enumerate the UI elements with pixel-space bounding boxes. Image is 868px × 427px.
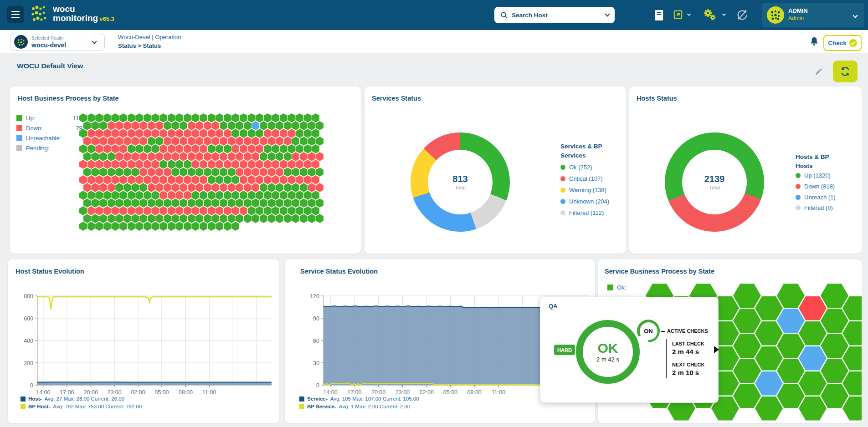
hex-cell[interactable] bbox=[280, 144, 288, 153]
hex-cell[interactable] bbox=[200, 191, 207, 200]
hex-cell[interactable] bbox=[308, 183, 316, 192]
hex-cell[interactable] bbox=[119, 129, 127, 138]
hex-cell[interactable] bbox=[272, 160, 279, 169]
hex-cell[interactable] bbox=[159, 144, 167, 153]
hex-cell[interactable] bbox=[111, 175, 119, 184]
hex-cell[interactable] bbox=[95, 129, 103, 138]
hex-cell[interactable] bbox=[200, 129, 207, 138]
hex-cell[interactable] bbox=[236, 168, 243, 177]
hex-cell[interactable] bbox=[148, 137, 155, 146]
hex-cell[interactable] bbox=[164, 183, 171, 192]
hex-cell[interactable] bbox=[108, 214, 115, 223]
services-status-donut[interactable]: 813 Total bbox=[411, 132, 510, 232]
hex-cell[interactable] bbox=[191, 113, 199, 122]
hex-cell[interactable] bbox=[777, 309, 805, 333]
hex-cell[interactable] bbox=[777, 384, 805, 408]
hex-cell[interactable] bbox=[175, 206, 183, 215]
hex-cell[interactable] bbox=[821, 384, 848, 408]
hex-cell[interactable] bbox=[200, 160, 207, 169]
hex-cell[interactable] bbox=[280, 113, 288, 122]
hex-cell[interactable] bbox=[139, 214, 147, 223]
hex-cell[interactable] bbox=[799, 396, 827, 421]
hex-cell[interactable] bbox=[240, 160, 247, 169]
hex-cell[interactable] bbox=[211, 168, 219, 177]
hex-cell[interactable] bbox=[115, 198, 123, 208]
hex-cell[interactable] bbox=[95, 175, 103, 184]
hex-cell[interactable] bbox=[240, 191, 247, 200]
hex-cell[interactable] bbox=[224, 144, 231, 153]
hex-cell[interactable] bbox=[216, 222, 223, 231]
hex-cell[interactable] bbox=[208, 222, 216, 231]
hex-cell[interactable] bbox=[188, 121, 195, 130]
hex-cell[interactable] bbox=[148, 168, 155, 177]
hex-cell[interactable] bbox=[184, 191, 191, 200]
hex-cell[interactable] bbox=[272, 129, 279, 138]
hex-cell[interactable] bbox=[103, 206, 111, 215]
hex-cell[interactable] bbox=[164, 152, 171, 161]
hex-cell[interactable] bbox=[755, 296, 783, 320]
hex-cell[interactable] bbox=[119, 113, 127, 122]
hex-cell[interactable] bbox=[195, 214, 203, 223]
hex-cell[interactable] bbox=[204, 152, 211, 161]
hex-cell[interactable] bbox=[288, 206, 296, 215]
hex-cell[interactable] bbox=[191, 222, 199, 231]
hex-cell[interactable] bbox=[128, 160, 135, 169]
hex-cell[interactable] bbox=[821, 309, 848, 333]
hex-cell[interactable] bbox=[188, 198, 195, 208]
hex-cell[interactable] bbox=[296, 144, 303, 153]
hex-cell[interactable] bbox=[288, 144, 296, 153]
hex-cell[interactable] bbox=[159, 222, 167, 231]
hex-cell[interactable] bbox=[268, 121, 276, 130]
hex-cell[interactable] bbox=[304, 206, 312, 215]
hex-cell[interactable] bbox=[171, 168, 179, 177]
hex-cell[interactable] bbox=[220, 198, 227, 208]
hex-cell[interactable] bbox=[256, 191, 263, 200]
hex-cell[interactable] bbox=[216, 206, 223, 215]
hex-cell[interactable] bbox=[276, 198, 283, 208]
hex-cell[interactable] bbox=[144, 160, 151, 169]
check-button[interactable]: Check bbox=[823, 35, 862, 51]
hex-cell[interactable] bbox=[184, 206, 191, 215]
hex-cell[interactable] bbox=[224, 222, 231, 231]
hex-cell[interactable] bbox=[264, 175, 272, 184]
hex-cell[interactable] bbox=[175, 113, 183, 122]
hex-cell[interactable] bbox=[155, 214, 163, 223]
hex-cell[interactable] bbox=[300, 183, 308, 192]
hex-cell[interactable] bbox=[103, 144, 111, 153]
hex-cell[interactable] bbox=[228, 198, 236, 208]
hex-cell[interactable] bbox=[128, 129, 135, 138]
hex-cell[interactable] bbox=[256, 113, 263, 122]
hex-cell[interactable] bbox=[155, 183, 163, 192]
hex-cell[interactable] bbox=[180, 183, 187, 192]
hex-cell[interactable] bbox=[83, 214, 91, 223]
hex-cell[interactable] bbox=[87, 206, 95, 215]
hex-cell[interactable] bbox=[111, 222, 119, 231]
hex-cell[interactable] bbox=[316, 137, 324, 146]
hex-cell[interactable] bbox=[180, 214, 187, 223]
hex-cell[interactable] bbox=[292, 121, 299, 130]
hex-cell[interactable] bbox=[204, 121, 211, 130]
hex-cell[interactable] bbox=[144, 113, 151, 122]
hex-cell[interactable] bbox=[168, 144, 175, 153]
hex-cell[interactable] bbox=[115, 152, 123, 161]
hex-cell[interactable] bbox=[108, 168, 115, 177]
hex-cell[interactable] bbox=[135, 191, 143, 200]
hex-cell[interactable] bbox=[733, 359, 761, 383]
hex-cell[interactable] bbox=[131, 214, 139, 223]
hex-cell[interactable] bbox=[284, 152, 292, 161]
hex-cell[interactable] bbox=[252, 214, 259, 223]
hex-cell[interactable] bbox=[220, 183, 227, 192]
hex-cell[interactable] bbox=[139, 137, 147, 146]
hex-cell[interactable] bbox=[184, 175, 191, 184]
hex-cell[interactable] bbox=[211, 152, 219, 161]
hex-cell[interactable] bbox=[228, 137, 236, 146]
hex-cell[interactable] bbox=[244, 183, 252, 192]
hex-cell[interactable] bbox=[284, 137, 292, 146]
hex-cell[interactable] bbox=[151, 206, 159, 215]
hex-cell[interactable] bbox=[115, 137, 123, 146]
hex-cell[interactable] bbox=[280, 206, 288, 215]
hex-cell[interactable] bbox=[777, 284, 805, 308]
hex-cell[interactable] bbox=[144, 191, 151, 200]
hex-cell[interactable] bbox=[159, 113, 167, 122]
hex-cell[interactable] bbox=[208, 175, 216, 184]
